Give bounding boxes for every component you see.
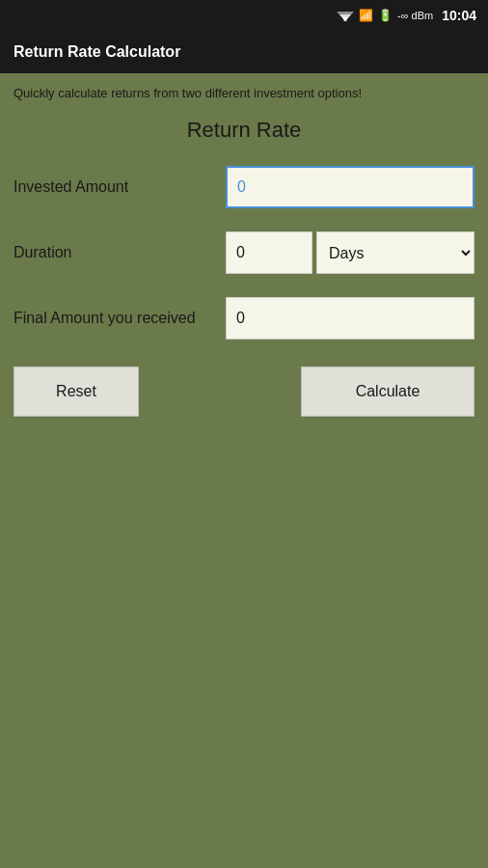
duration-unit-select[interactable]: Days Weeks Months Years — [316, 231, 474, 274]
wifi-icon — [337, 8, 354, 24]
section-title: Return Rate — [14, 118, 474, 143]
invested-amount-input-area — [226, 166, 474, 208]
invested-amount-label: Invested Amount — [14, 178, 226, 196]
reset-button[interactable]: Reset — [14, 366, 139, 417]
final-amount-row: Final Amount you received — [14, 293, 474, 343]
final-amount-input-area — [226, 297, 474, 339]
signal-text: -∞ dBm — [397, 10, 433, 21]
status-icons: 📶 🔋 -∞ dBm 10:04 — [337, 8, 476, 24]
app-title: Return Rate Calculator — [14, 43, 180, 61]
final-amount-input[interactable] — [226, 297, 474, 339]
duration-input-area: Days Weeks Months Years — [226, 231, 474, 274]
sim-icon: 📶 — [359, 9, 373, 22]
title-bar: Return Rate Calculator — [0, 31, 488, 73]
invested-amount-row: Invested Amount — [14, 162, 474, 212]
calculate-button[interactable]: Calculate — [301, 366, 474, 417]
status-bar: 📶 🔋 -∞ dBm 10:04 — [0, 0, 488, 31]
duration-label: Duration — [14, 244, 226, 261]
final-amount-label: Final Amount you received — [14, 310, 226, 327]
duration-number-input[interactable] — [226, 231, 312, 274]
buttons-row: Reset Calculate — [14, 366, 474, 417]
subtitle-text: Quickly calculate returns from two diffe… — [14, 85, 474, 102]
duration-row: Duration Days Weeks Months Years — [14, 228, 474, 278]
invested-amount-input[interactable] — [226, 166, 474, 208]
battery-icon: 🔋 — [378, 9, 393, 22]
duration-inputs-group: Days Weeks Months Years — [226, 231, 474, 274]
time-display: 10:04 — [442, 8, 476, 23]
main-content: Quickly calculate returns from two diffe… — [0, 73, 488, 868]
